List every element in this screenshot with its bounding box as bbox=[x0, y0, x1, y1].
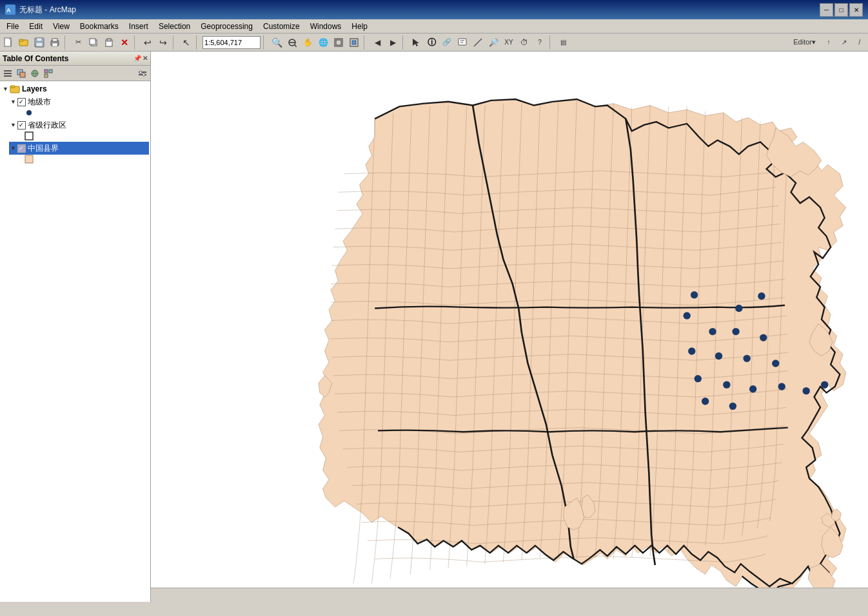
svg-rect-39 bbox=[44, 74, 48, 77]
menu-geoprocessing[interactable]: Geoprocessing bbox=[195, 19, 258, 33]
print-button[interactable] bbox=[48, 35, 62, 50]
svg-point-42 bbox=[139, 71, 142, 73]
scale-input[interactable] bbox=[202, 36, 261, 49]
layer1-checkbox[interactable]: ✓ bbox=[17, 98, 26, 106]
toc-layer-dijishi: ▼ ✓ 地级市 bbox=[9, 95, 149, 117]
minimize-button[interactable]: ─ bbox=[820, 3, 833, 17]
toc-vis-btn[interactable] bbox=[42, 67, 55, 80]
svg-rect-21 bbox=[352, 41, 356, 44]
layer3-checkbox[interactable]: ✓ bbox=[17, 144, 26, 153]
svg-point-51 bbox=[758, 293, 765, 300]
menu-file[interactable]: File bbox=[1, 19, 24, 33]
toc-toolbar bbox=[0, 66, 150, 81]
svg-point-49 bbox=[691, 291, 698, 298]
close-button[interactable]: ✕ bbox=[849, 3, 863, 17]
svg-point-62 bbox=[749, 385, 756, 392]
editor-btn2[interactable]: ↑ bbox=[822, 35, 836, 50]
window-title: 无标题 - ArcMap bbox=[19, 5, 820, 15]
save-button[interactable] bbox=[32, 35, 46, 50]
menu-view[interactable]: View bbox=[48, 19, 75, 33]
svg-point-65 bbox=[821, 381, 828, 388]
group-expand-icon[interactable]: ▼ bbox=[3, 86, 8, 92]
menu-windows[interactable]: Windows bbox=[305, 19, 347, 33]
svg-rect-10 bbox=[52, 43, 57, 46]
svg-rect-23 bbox=[459, 39, 466, 45]
svg-line-17 bbox=[295, 45, 297, 47]
layer3-expand-icon[interactable]: ▼ bbox=[10, 145, 16, 151]
toc-layer-row-dijishi[interactable]: ▼ ✓ 地级市 bbox=[9, 95, 149, 108]
toc-source-btn[interactable] bbox=[28, 67, 41, 80]
zoom-extent-button[interactable] bbox=[347, 35, 361, 50]
toc-close-button[interactable]: ✕ bbox=[143, 55, 148, 62]
back-button[interactable]: ◀ bbox=[370, 35, 384, 50]
svg-point-66 bbox=[702, 398, 709, 405]
maximize-button[interactable]: □ bbox=[834, 3, 848, 17]
svg-point-50 bbox=[735, 305, 742, 312]
svg-point-46 bbox=[26, 110, 32, 115]
toc-draw-order-btn[interactable] bbox=[15, 67, 28, 80]
layer2-checkbox[interactable]: ✓ bbox=[17, 121, 26, 130]
full-extent-button[interactable] bbox=[331, 35, 346, 50]
measure-tool[interactable] bbox=[471, 35, 485, 50]
menu-customize[interactable]: Customize bbox=[258, 19, 305, 33]
paste-button[interactable] bbox=[102, 35, 116, 50]
svg-rect-30 bbox=[4, 73, 12, 74]
copy-button[interactable] bbox=[86, 35, 101, 50]
forward-button[interactable]: ▶ bbox=[386, 35, 400, 50]
layer2-symbol bbox=[25, 131, 149, 140]
toc-layer-row-county[interactable]: ▼ ✓ 中国县界 bbox=[9, 142, 149, 155]
svg-rect-6 bbox=[37, 38, 42, 41]
goto-tool[interactable]: XY bbox=[502, 35, 516, 50]
redo-button[interactable]: ↪ bbox=[156, 35, 170, 50]
zoom-out-button[interactable] bbox=[285, 35, 299, 50]
undo-button[interactable]: ↩ bbox=[141, 35, 155, 50]
layer2-expand-icon[interactable]: ▼ bbox=[10, 122, 16, 128]
separator-4 bbox=[196, 35, 200, 50]
toc-group-header[interactable]: ▼ Layers bbox=[1, 82, 149, 95]
time-tool[interactable]: ⏱ bbox=[517, 35, 531, 50]
menu-edit[interactable]: Edit bbox=[24, 19, 48, 33]
select-tool[interactable] bbox=[409, 35, 423, 50]
pan-button[interactable]: ✋ bbox=[301, 35, 315, 50]
toc-layer-row-province[interactable]: ▼ ✓ 省级行政区 bbox=[9, 119, 149, 131]
toc-panel: Table Of Contents 📌 ✕ bbox=[0, 52, 151, 602]
menu-bar: File Edit View Bookmarks Insert Selectio… bbox=[0, 19, 868, 34]
svg-point-56 bbox=[688, 347, 695, 354]
svg-rect-12 bbox=[90, 39, 95, 44]
toc-list-view-btn[interactable] bbox=[1, 67, 14, 80]
html-popup-tool[interactable] bbox=[455, 35, 469, 50]
toc-pin-button[interactable]: 📌 bbox=[133, 55, 141, 62]
layer1-label: 地级市 bbox=[28, 97, 51, 108]
separator-2 bbox=[134, 35, 138, 50]
toc-title: Table Of Contents bbox=[3, 54, 133, 63]
cut-button[interactable]: ✂ bbox=[71, 35, 85, 50]
tool3[interactable]: ▤ bbox=[556, 35, 570, 50]
map-area[interactable]: https://blog.csdn.net/... bbox=[151, 52, 868, 602]
editor-dropdown[interactable]: Editor▾ bbox=[789, 35, 820, 50]
menu-insert[interactable]: Insert bbox=[124, 19, 153, 33]
tool2[interactable]: ? bbox=[533, 35, 547, 50]
svg-marker-22 bbox=[413, 39, 419, 46]
new-button[interactable] bbox=[1, 35, 15, 50]
arrow-tool[interactable]: ↖ bbox=[179, 35, 193, 50]
hyperlink-tool[interactable]: 🔗 bbox=[440, 35, 454, 50]
window-controls[interactable]: ─ □ ✕ bbox=[820, 3, 863, 17]
svg-rect-37 bbox=[44, 70, 48, 73]
toc-options-btn[interactable] bbox=[136, 67, 149, 80]
svg-point-67 bbox=[729, 403, 736, 410]
identify-tool[interactable]: ⓘ bbox=[424, 35, 439, 50]
globe-button[interactable]: 🌐 bbox=[316, 35, 330, 50]
open-button[interactable] bbox=[17, 35, 31, 50]
find-tool[interactable]: 🔎 bbox=[486, 35, 500, 50]
menu-bookmarks[interactable]: Bookmarks bbox=[75, 19, 124, 33]
layer1-expand-icon[interactable]: ▼ bbox=[10, 99, 16, 105]
zoom-in-button[interactable]: 🔍 bbox=[270, 35, 284, 50]
status-bar bbox=[151, 588, 868, 602]
delete-button[interactable]: ✕ bbox=[117, 35, 132, 50]
editor-btn4[interactable]: / bbox=[853, 35, 867, 50]
title-bar: A 无标题 - ArcMap ─ □ ✕ bbox=[0, 0, 868, 19]
editor-btn3[interactable]: ↗ bbox=[837, 35, 851, 50]
menu-help[interactable]: Help bbox=[346, 19, 373, 33]
separator-3 bbox=[173, 35, 177, 50]
menu-selection[interactable]: Selection bbox=[153, 19, 195, 33]
